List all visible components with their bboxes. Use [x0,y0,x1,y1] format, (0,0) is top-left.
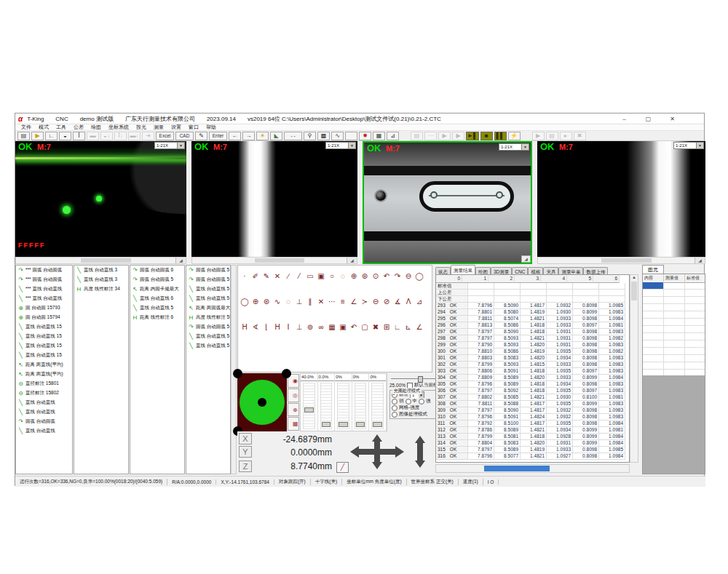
light-mode-button[interactable]: ◎ [288,388,299,402]
list-item[interactable]: ↷圆弧 自动圆弧 5 [186,266,230,275]
toolbar-button[interactable]: ✎ [195,132,207,140]
list-item[interactable]: ⊕圆 自动圆 15794 [16,313,72,322]
menu-item[interactable]: 设置 [167,124,185,131]
toolbar-button[interactable]: ← [229,132,241,140]
toolbar-button[interactable]: ◣ [270,132,282,140]
list-item[interactable]: ↷圆弧 自动圆弧 [16,417,72,426]
toolbar-button[interactable]: ▩ [317,132,330,140]
toolbar-button[interactable]: → [242,132,255,140]
measure-tool-icon[interactable]: ⊖ [404,271,413,281]
toolbar-button[interactable]: ▬ [87,132,99,140]
x-axis-icon[interactable]: X [239,433,252,445]
camera3-zoom-dropdown[interactable]: 1-21X▼ [499,143,529,151]
toolbar-button[interactable]: ✹ [359,132,371,140]
measure-tool-icon[interactable]: ⊞ [382,322,391,332]
table-row[interactable]: 294OK 7.88018.50801.4819 1.09300.80991.0… [436,309,629,316]
list-item[interactable]: ╲直线 自动直线 5 [130,303,184,313]
grid-vertical-scrollbar[interactable]: ▲ [630,274,638,463]
list-item[interactable]: ╲直线 自动直线 15 [16,341,72,351]
toolbar-button[interactable]: ◒↓ [100,132,113,140]
camera-view-1[interactable]: FFFFF OK M:7 1-21X▼ [15,141,186,257]
measure-tool-icon[interactable]: ⋯ [328,297,336,306]
measure-tool-icon[interactable]: ∞ [317,322,325,332]
measure-tool-icon[interactable]: ∢ [251,322,260,332]
camera1-scrollbar[interactable]: ◢ [15,257,186,264]
z-axis-icon[interactable]: Z [239,461,252,472]
measure-tool-icon[interactable]: H [240,322,249,332]
menu-item[interactable]: 工具 [52,124,70,131]
results-tab[interactable]: 数据上传 [583,267,608,274]
list-item[interactable]: ⊖直径标注 15801 [16,379,72,388]
list-item[interactable]: ╲直线 自动直线 3 [74,266,128,275]
measure-tool-icon[interactable]: ◯ [240,297,249,306]
measure-tool-icon[interactable]: ✕ [273,271,282,281]
table-row[interactable]: 303OK 7.88068.50911.4818 1.09350.80971.0… [436,368,629,375]
table-row[interactable]: 311OK 7.87928.51001.4817 1.09350.80981.0… [436,420,629,427]
measure-tool-icon[interactable]: ⊾ [404,322,413,332]
jog-arrows[interactable] [350,434,430,471]
measure-tool-icon[interactable]: ⁄ [295,271,304,281]
toolbar-button[interactable]: ■ [480,132,493,140]
light-slider-thumb[interactable] [373,422,382,427]
list-item[interactable]: ╲直线 自动直线 15 [16,351,72,360]
camera4-scrollbar[interactable]: ◢ [537,257,705,264]
pan-zoom-grip-icon[interactable]: ◢ [175,258,186,263]
measure-tool-icon[interactable]: ⊥ [295,322,304,332]
element-detail-body[interactable]: 内容测量值标准值 [642,274,705,474]
toolbar-button[interactable]: ►▌ [466,132,479,140]
list-item[interactable]: ╲直线 自动直线 5 [186,341,230,351]
light-mode-button[interactable]: ⊕ [288,403,299,417]
table-row[interactable]: 305OK 7.87968.50891.4818 1.09340.80981.0… [436,381,629,388]
master-intensity-slider[interactable] [391,375,440,381]
chevron-down-icon[interactable]: ▼ [177,143,184,148]
measure-tool-icon[interactable]: ◌ [284,297,293,306]
results-tab[interactable]: 测量申单 [558,267,583,274]
light-slider-track[interactable] [355,383,367,429]
table-row[interactable]: 301OK 7.88038.50831.4820 1.09340.80981.0… [436,355,629,362]
list-item[interactable]: ╲直线 自动直线 5 [186,294,230,303]
measure-tool-icon[interactable]: ⊿ [415,297,424,306]
list-item[interactable]: ↷*** 圆弧 自动圆弧 [16,266,72,275]
list-item[interactable]: ↷圆弧 自动圆弧 5 [130,275,184,284]
toolbar-button[interactable]: ▤ [17,132,30,140]
diagonal-move-button[interactable]: ╱ [336,462,349,473]
toolbar-button[interactable]: ∿ [331,132,344,140]
measure-tool-icon[interactable]: ✎ [262,271,271,281]
list-item[interactable]: ⊕圆 自动圆 15793 [16,303,72,313]
chevron-down-icon[interactable]: ▼ [348,143,355,148]
measure-tool-icon[interactable]: ⊛ [262,297,271,306]
light-slider-thumb[interactable] [304,407,314,412]
pan-zoom-grip-icon[interactable]: ◢ [521,255,531,263]
measure-tool-icon[interactable]: ◯ [415,271,424,281]
slider-thumb[interactable] [418,376,423,383]
table-row[interactable]: 315OK 7.87978.50891.4819 1.09330.80981.0… [436,447,629,453]
results-tab[interactable]: 夹具 [543,267,558,274]
radio-strong[interactable] [419,399,424,404]
toolbar-button[interactable]: ✖ [574,132,586,140]
element-detail-tab[interactable]: 图元 [642,265,664,274]
measure-tool-icon[interactable]: ⊕ [349,271,358,281]
list-item[interactable]: ╲*** 直线 自动直线 [16,284,72,294]
toolbar-button[interactable]: ∟ [45,132,58,140]
measure-tool-icon[interactable]: ↶ [382,271,391,281]
scrollbar-thumb[interactable] [631,282,637,300]
toolbar-button[interactable]: ⚡ [508,132,521,140]
maximize-button[interactable]: ▢ [643,115,654,123]
measure-tool-icon[interactable]: ∠ [349,297,358,306]
results-tab[interactable]: CNC [512,267,528,274]
radio-grid-intensity[interactable] [392,405,397,411]
measure-tool-icon[interactable]: ✖ [371,322,380,332]
results-grid[interactable]: 0123456 标准值 上公差 下公差 293OK 7.87968.50901.… [435,274,630,463]
list-item[interactable]: ╲*** 直线 自动直线 [16,294,72,303]
measure-tool-icon[interactable]: ∡ [393,297,402,306]
radio-weak[interactable] [392,399,397,404]
measure-tool-icon[interactable]: · [240,271,249,281]
table-row[interactable]: 304OK 7.88098.50891.4820 1.09330.80991.0… [436,375,629,381]
toolbar-button[interactable]: ▶ [31,132,44,140]
toolbar-button[interactable]: ☀ [256,132,269,140]
camera4-zoom-dropdown[interactable]: 1-21X▼ [673,142,704,149]
measure-tool-icon[interactable]: ⊚ [306,322,314,332]
grid-horizontal-scrollbar[interactable] [435,464,630,473]
list-item[interactable]: ↖距离 两直线(平均) [16,370,72,379]
list-item[interactable]: ╲直线 自动直线 5 [186,284,230,294]
